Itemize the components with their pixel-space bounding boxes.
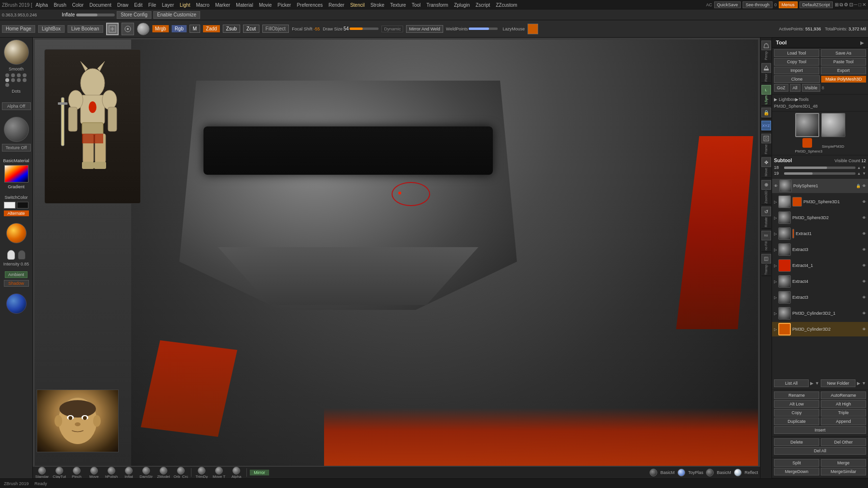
- white-color-swatch[interactable]: [4, 202, 15, 209]
- menu-file[interactable]: File: [146, 2, 159, 8]
- append-button[interactable]: Append: [821, 418, 866, 425]
- auto-rename-button[interactable]: AutoRename: [821, 391, 866, 399]
- subtool-eye-sphere3d2[interactable]: ▷: [774, 216, 777, 220]
- copy-button[interactable]: Copy: [774, 409, 819, 417]
- split-button[interactable]: Split: [774, 459, 819, 467]
- eye-extract1[interactable]: 👁: [862, 232, 866, 236]
- lightbox-button[interactable]: LightBox: [38, 25, 65, 33]
- brush-claytut[interactable]: ClayTut: [52, 467, 67, 479]
- rgb-btn[interactable]: Rgb: [172, 25, 186, 32]
- load-tool-button[interactable]: Load Tool: [774, 49, 819, 57]
- menu-stencil[interactable]: Stencil: [348, 2, 367, 8]
- mat-sphere-4[interactable]: [734, 469, 742, 476]
- subtool-eye-cyl2[interactable]: ▷: [774, 327, 777, 332]
- zoom3d-icon[interactable]: ⊕: [761, 180, 771, 190]
- shadow-btn[interactable]: Shadow: [4, 280, 29, 287]
- subtool-polysphere1[interactable]: 👁 PolySphere1 🔒 👁: [772, 179, 868, 193]
- brush-alpha-bottom[interactable]: Alpha: [229, 467, 244, 479]
- subtool-eye-sphere3d1[interactable]: ▷: [774, 200, 777, 204]
- insert-button[interactable]: Insert: [774, 426, 866, 434]
- brush-standar[interactable]: Standar: [35, 467, 49, 479]
- eye-cyl2[interactable]: 👁: [862, 327, 866, 332]
- zadd-btn[interactable]: Zadd: [203, 25, 220, 32]
- menu-stroke[interactable]: Stroke: [368, 2, 387, 8]
- edit-brush-icon[interactable]: [106, 23, 119, 35]
- eye-sphere3d1[interactable]: 👁: [862, 200, 866, 204]
- menu-tool[interactable]: Tool: [409, 2, 423, 8]
- merge-button[interactable]: Merge: [821, 459, 866, 467]
- floor-icon[interactable]: [761, 63, 771, 73]
- slider-track-1[interactable]: [784, 167, 855, 169]
- delete-button[interactable]: Delete: [774, 438, 819, 446]
- icon-close[interactable]: ✕: [862, 2, 866, 8]
- stroke-dot[interactable]: [23, 78, 27, 82]
- clone-button[interactable]: Clone: [774, 75, 820, 83]
- homepage-button[interactable]: Home Page: [2, 25, 35, 33]
- viewport[interactable]: [35, 40, 758, 466]
- icon-maximize[interactable]: □: [858, 2, 861, 8]
- light-bulb-off[interactable]: [18, 250, 26, 260]
- paste-tool-button[interactable]: Paste Tool: [821, 58, 866, 66]
- subtool-extract1[interactable]: ▷ Extract1 👁: [772, 226, 868, 241]
- stroke-dot[interactable]: [11, 73, 15, 77]
- subtool-extract4[interactable]: ▷ Extract4 👁: [772, 274, 868, 289]
- rotate-icon[interactable]: ↺: [761, 207, 771, 216]
- subtool-pm3d-sphere3d1[interactable]: ▷ PM3D_Sphere3D1 👁: [772, 195, 868, 209]
- lock-icon[interactable]: 🔒: [761, 108, 771, 117]
- subtool-extract3b[interactable]: ▷ Extract3 👁: [772, 290, 868, 305]
- save-as-button[interactable]: Save As: [821, 49, 866, 57]
- all-button[interactable]: All: [790, 84, 800, 92]
- menu-document[interactable]: Document: [87, 2, 114, 8]
- alpha-off-btn[interactable]: Alpha Off: [2, 102, 31, 110]
- mat-sphere-3[interactable]: [706, 469, 714, 476]
- subtool-cylinder3d2[interactable]: ▷ PM3D_Cylinder3D2 👁: [772, 322, 868, 336]
- lightbox-chevron[interactable]: ▶: [774, 97, 777, 102]
- folder-arrow-down[interactable]: ▼: [862, 381, 866, 386]
- rename-button[interactable]: Rename: [774, 391, 819, 399]
- menu-macro[interactable]: Macro: [193, 2, 212, 8]
- zsub-btn[interactable]: Zsub: [223, 25, 240, 33]
- brush-inflat[interactable]: Inflat: [122, 467, 136, 479]
- mat-sphere-2[interactable]: [678, 469, 685, 476]
- menu-movie[interactable]: Movie: [257, 2, 274, 8]
- stroke-dot[interactable]: [5, 73, 9, 77]
- zcut-btn[interactable]: Zcut: [243, 25, 259, 33]
- draw-brush-icon[interactable]: [122, 23, 134, 35]
- xyz-icon[interactable]: XYZ: [761, 121, 771, 130]
- subtool-eye-polysphere1[interactable]: 👁: [774, 184, 778, 188]
- frame-icon[interactable]: [761, 134, 771, 143]
- menu-draw[interactable]: Draw: [115, 2, 131, 8]
- slider-down-2[interactable]: ▼: [862, 171, 866, 176]
- sym-icon[interactable]: L: [761, 85, 771, 95]
- stroke-dot[interactable]: [17, 73, 21, 77]
- folder-arrow-right[interactable]: ▶: [857, 381, 860, 386]
- slider-up-1[interactable]: ▲: [857, 166, 861, 170]
- subtool-eye-extract3[interactable]: ▷: [774, 248, 777, 252]
- weld-points-slider[interactable]: [469, 28, 498, 30]
- mat-sphere-1[interactable]: [650, 469, 657, 476]
- subtool-eye-extract4-1[interactable]: ▷: [774, 264, 777, 268]
- alt-high-button[interactable]: Alt High: [821, 400, 866, 408]
- icon-minimize[interactable]: ─: [854, 2, 857, 8]
- brush-orb[interactable]: Orb_Crc: [174, 467, 188, 479]
- subtool-eye-extract4[interactable]: ▷: [774, 279, 777, 284]
- menu-picker[interactable]: Picker: [275, 2, 294, 8]
- menu-preferences[interactable]: Preferences: [294, 2, 325, 8]
- subtool-eye-extract3b[interactable]: ▷: [774, 295, 777, 300]
- light-bulb-on[interactable]: [7, 250, 15, 260]
- quicksave-button[interactable]: QuickSave: [714, 1, 741, 8]
- polymesh-thumb[interactable]: [821, 113, 845, 137]
- subtool-cylinder3d2-1[interactable]: ▷ PM3D_Cylinder3D2_1 👁: [772, 306, 868, 321]
- new-folder-button[interactable]: New Folder: [821, 379, 855, 387]
- menu-zzcustom[interactable]: ZZcustom: [493, 2, 519, 8]
- fill-object-btn[interactable]: FillObject: [262, 25, 289, 33]
- brush-move[interactable]: Move: [87, 467, 101, 479]
- subtool-eye-cyl2-1[interactable]: ▷: [774, 311, 777, 316]
- brush-preview-sphere[interactable]: [4, 40, 29, 65]
- brush-pinch[interactable]: Pinch: [69, 467, 84, 479]
- brush-hpolish[interactable]: hPolish: [104, 467, 119, 479]
- menu-zscript[interactable]: Zscript: [473, 2, 492, 8]
- black-color-swatch[interactable]: [17, 202, 28, 209]
- eye-sphere3d2[interactable]: 👁: [862, 216, 866, 220]
- duplicate-button[interactable]: Duplicate: [774, 418, 819, 425]
